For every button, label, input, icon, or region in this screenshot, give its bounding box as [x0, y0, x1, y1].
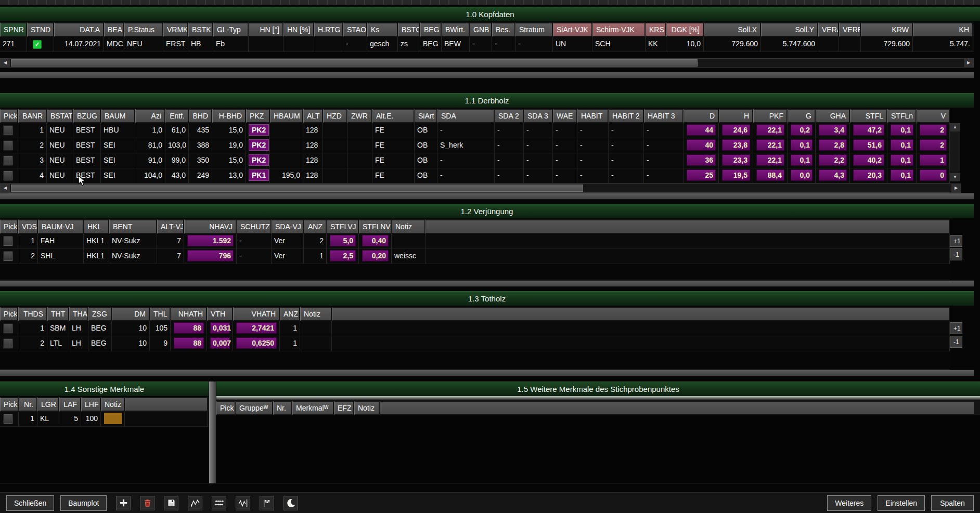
col-header-nhath[interactable]: NHATH [171, 307, 207, 321]
vds-cell[interactable]: 1 [18, 234, 38, 248]
col-header-notiz[interactable]: Notiz [101, 397, 125, 412]
col-header-hn_deg[interactable]: HN [°] [249, 22, 283, 37]
col-header-gha[interactable]: GHA [816, 109, 850, 123]
scroll-track[interactable] [10, 59, 964, 67]
stfl-cell[interactable]: 47,2 [850, 123, 887, 138]
gha-cell[interactable]: 2,8 [816, 138, 850, 153]
alt-cell[interactable]: 128 [303, 138, 323, 153]
col-header-pick[interactable]: Pick [0, 307, 18, 321]
v-cell[interactable]: 2 [917, 123, 950, 138]
h_bhd-cell[interactable]: 15,0 [212, 123, 246, 138]
col-header-nr[interactable]: Nr. [19, 397, 37, 412]
delete-button[interactable] [140, 496, 154, 510]
col-header-bea[interactable]: BEA [104, 22, 124, 37]
g-cell[interactable]: 0,2 [788, 123, 816, 138]
stfln-cell[interactable]: 0,1 [887, 153, 917, 168]
bhd-cell[interactable]: 249 [189, 168, 212, 183]
col-header-pick[interactable]: Pick [0, 397, 19, 412]
bent-cell[interactable]: NV-Sukz [109, 234, 157, 248]
col-header-bzug[interactable]: BZUG [73, 109, 101, 123]
col-header-h_rtg[interactable]: H.RTG [314, 22, 343, 37]
siart-cell[interactable]: OB [415, 138, 437, 153]
pkf-cell[interactable]: 22,1 [753, 138, 788, 153]
pkz-cell[interactable]: PK2 [246, 123, 270, 138]
col-header-bstg[interactable]: BSTG [398, 22, 420, 37]
hzd-cell[interactable] [323, 168, 347, 183]
row-select-checkbox[interactable] [4, 126, 12, 135]
entf-cell[interactable]: 103,0 [165, 138, 189, 153]
habit2-cell[interactable]: - [609, 153, 644, 168]
habit-cell[interactable]: - [577, 153, 609, 168]
section-splitter[interactable] [0, 72, 974, 78]
notiz-cell[interactable] [101, 412, 125, 426]
vds-cell[interactable]: 2 [18, 249, 38, 264]
azi-cell[interactable]: 1,0 [135, 123, 165, 138]
col-header-vth[interactable]: VTH [207, 307, 233, 321]
pkf-cell[interactable]: 88,4 [753, 168, 788, 183]
v-cell[interactable]: 1 [917, 153, 950, 168]
nhath-cell[interactable]: 88 [171, 321, 207, 336]
col-header-v[interactable]: V [917, 109, 950, 123]
dm-cell[interactable]: 10 [112, 336, 150, 351]
col-header-gl_typ[interactable]: GL-Typ [213, 22, 249, 37]
col-header-siart[interactable]: SiArt [415, 109, 437, 123]
col-header-siart_vjk[interactable]: SiArt-VJK [553, 22, 592, 37]
nr-cell[interactable]: 1 [19, 412, 37, 426]
vhath-cell[interactable]: 2,7421 [233, 321, 280, 336]
hbaum-cell[interactable]: 195,0 [270, 168, 303, 183]
panel-splitter[interactable] [209, 382, 216, 483]
notiz-cell[interactable] [300, 336, 332, 351]
col-header-habit3[interactable]: HABIT 3 [644, 109, 684, 123]
zsg-cell[interactable]: BEG [88, 336, 112, 351]
wae-cell[interactable]: - [553, 123, 577, 138]
baum-cell[interactable]: SEI [101, 138, 135, 153]
col-header-pick[interactable]: Pick [0, 219, 18, 234]
col-header-hn_pct[interactable]: HN [%] [283, 22, 314, 37]
col-header-sda3[interactable]: SDA 3 [524, 109, 553, 123]
hzd-cell[interactable] [323, 153, 347, 168]
weiteres-button[interactable]: Weiteres [827, 495, 871, 511]
col-header-lhf[interactable]: LHF [81, 397, 101, 412]
bea-cell[interactable]: MDC [104, 37, 124, 51]
gnb-cell[interactable]: - [470, 37, 492, 51]
baum_vj-cell[interactable]: FAH [38, 234, 84, 248]
hn_pct-cell[interactable] [283, 37, 314, 51]
stflvj-cell[interactable]: 2,5 [327, 249, 359, 264]
alt-cell[interactable]: 128 [303, 168, 323, 183]
line-chart-button[interactable] [188, 496, 202, 510]
col-header-nr[interactable]: Nr. [273, 401, 292, 415]
d-cell[interactable]: 36 [684, 153, 719, 168]
pick-cell[interactable] [0, 336, 18, 351]
col-header-vera[interactable]: VERA [818, 22, 839, 37]
remove-row-button[interactable]: -1 [950, 336, 962, 348]
bstat-cell[interactable]: NEU [47, 153, 73, 168]
row-select-checkbox[interactable] [4, 156, 12, 165]
vth-cell[interactable]: 0,007 [207, 336, 233, 351]
alt_e-cell[interactable]: FE [372, 153, 415, 168]
baum_vj-cell[interactable]: SHL [38, 249, 84, 264]
col-header-schutz[interactable]: SCHUTZ [237, 219, 272, 234]
anz-cell[interactable]: 1 [280, 336, 300, 351]
scroll-right-icon[interactable]: ▶ [964, 59, 973, 67]
bhd-cell[interactable]: 350 [189, 153, 212, 168]
notiz-cell[interactable] [392, 234, 425, 248]
row-select-checkbox[interactable] [4, 141, 12, 150]
col-header-sda2[interactable]: SDA 2 [495, 109, 524, 123]
bzug-cell[interactable]: BEST [73, 168, 101, 183]
scroll-up-icon[interactable]: ▲ [950, 123, 960, 131]
pick-cell[interactable] [0, 168, 18, 183]
hzd-cell[interactable] [323, 123, 347, 138]
alt-cell[interactable]: 128 [303, 153, 323, 168]
pick-cell[interactable] [0, 412, 19, 426]
alt_e-cell[interactable]: FE [372, 168, 415, 183]
spalten-button[interactable]: Spalten [931, 495, 974, 511]
col-header-h_bhd[interactable]: H-BHD [212, 109, 246, 123]
dark-mode-button[interactable] [283, 496, 298, 510]
stao-cell[interactable]: - [343, 37, 367, 51]
habit2-cell[interactable]: - [609, 138, 644, 153]
gha-cell[interactable]: 3,4 [816, 123, 850, 138]
col-header-pkf[interactable]: PKF [753, 109, 788, 123]
notiz-cell[interactable] [300, 321, 332, 336]
tha-cell[interactable]: LH [69, 336, 88, 351]
banr-cell[interactable]: 2 [18, 138, 47, 153]
